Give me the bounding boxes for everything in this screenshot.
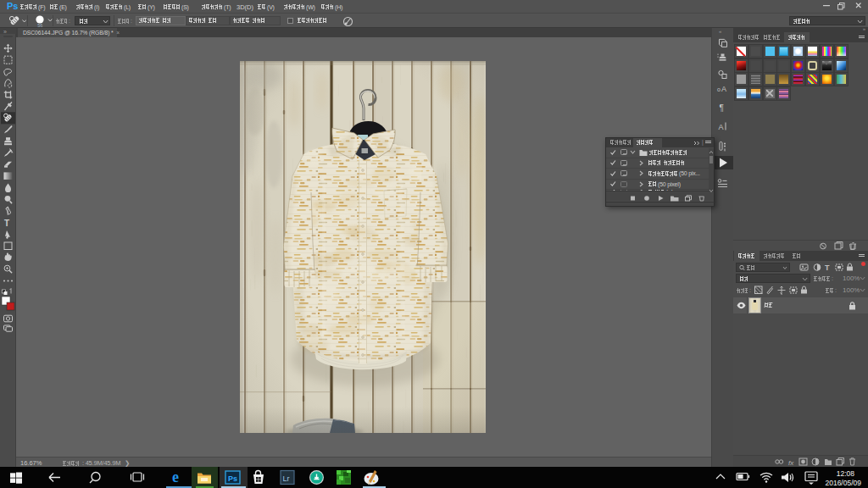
svg-text:e: e [172, 469, 179, 485]
svg-text:A: A [721, 85, 726, 93]
svg-text:o: o [717, 86, 721, 92]
svg-text:T: T [4, 219, 9, 228]
svg-text:2016/05/09: 2016/05/09 [825, 479, 861, 487]
svg-text:«: « [719, 29, 722, 34]
svg-text:¶: ¶ [720, 103, 724, 113]
svg-text:»: » [3, 29, 7, 35]
svg-text:T: T [825, 263, 830, 272]
svg-text:A: A [719, 123, 724, 131]
svg-text:fx: fx [788, 459, 794, 467]
svg-text:56: 56 [37, 23, 42, 28]
svg-text:12:08: 12:08 [837, 469, 855, 478]
svg-text:Lr: Lr [283, 474, 290, 483]
svg-text:Ps: Ps [228, 474, 237, 483]
